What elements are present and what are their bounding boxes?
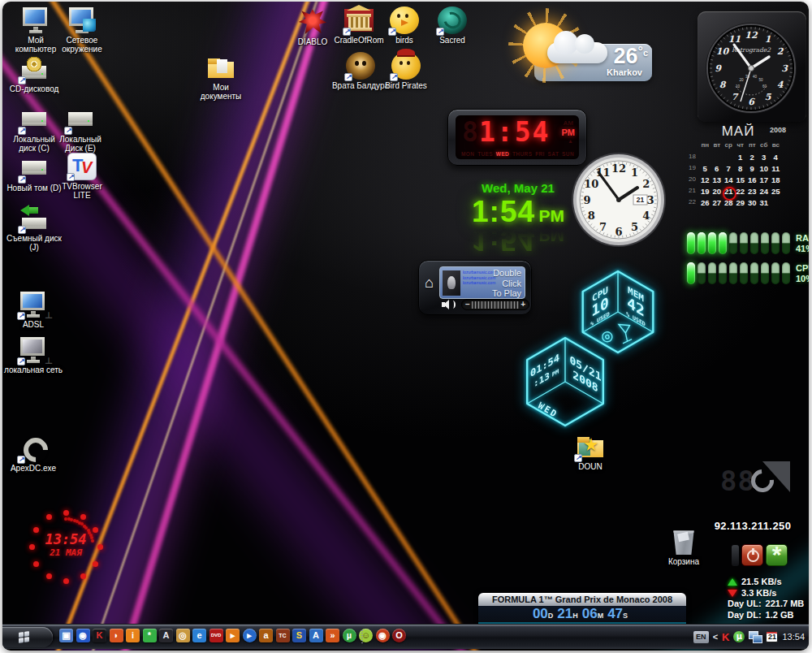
extra-button[interactable] xyxy=(732,545,739,566)
clock-numeral: 1 xyxy=(765,34,771,45)
calendar-day[interactable]: 22 xyxy=(735,187,747,198)
retro-subdial-numeral: 50 xyxy=(759,78,764,82)
calendar-day[interactable]: 24 xyxy=(758,187,771,198)
calendar-day[interactable]: 14 xyxy=(723,175,735,187)
volume-minus[interactable]: − xyxy=(465,299,470,310)
calendar-tray-icon[interactable]: 21 xyxy=(766,631,778,642)
desktop-icon-apexdc[interactable]: ApexDC.exe xyxy=(4,435,63,473)
calendar-day[interactable]: 5 xyxy=(699,164,711,175)
calendar-day[interactable]: 29 xyxy=(735,198,747,210)
calendar-day[interactable]: 13 xyxy=(711,175,723,187)
calendar-day[interactable]: 25 xyxy=(770,187,782,198)
meter-segment xyxy=(740,262,748,284)
quicklaunch-aimp-player[interactable]: A xyxy=(159,629,173,642)
calendar-day[interactable] xyxy=(723,153,735,164)
desktop-icon-recycle-bin[interactable]: Корзина xyxy=(654,528,713,566)
calendar-day[interactable]: 12 xyxy=(699,175,711,187)
quicklaunch-internet-explorer[interactable]: e xyxy=(192,629,206,642)
calendar-day[interactable]: 4 xyxy=(770,153,782,164)
quicklaunch-kaspersky[interactable]: K xyxy=(93,629,106,642)
calendar-day[interactable]: 23 xyxy=(746,187,758,198)
desktop-icon-sacred[interactable]: Sacred xyxy=(423,6,482,45)
desktop-icon-lan[interactable]: локальная сеть xyxy=(4,336,63,374)
quicklaunch-ares[interactable]: A xyxy=(309,629,323,642)
shortcut-arrow-icon xyxy=(18,175,26,184)
quicklaunch-search-compass[interactable]: ◎ xyxy=(176,629,190,642)
kaspersky-tray-icon[interactable]: K xyxy=(722,631,729,643)
calendar-day[interactable] xyxy=(699,153,711,164)
quicklaunch-utorrent[interactable]: µ xyxy=(343,629,356,642)
quicklaunch-tools-hand[interactable]: » xyxy=(326,629,339,642)
quicklaunch-media-player-blue[interactable]: ▸ xyxy=(243,629,257,642)
quicklaunch-red-eye-tool[interactable]: ◉ xyxy=(376,629,390,642)
network-tray-icon[interactable] xyxy=(749,631,762,642)
desktop-icon-tvbrowser[interactable]: TVBrowser LITE xyxy=(53,153,111,200)
calendar-day[interactable] xyxy=(711,153,723,164)
quicklaunch-info-agent[interactable]: i xyxy=(126,629,140,642)
quicklaunch-winamp[interactable]: S xyxy=(292,629,306,642)
desktop-icon-removable-j[interactable]: Съемный диск (J) xyxy=(5,205,63,252)
cube-weekday: WED xyxy=(536,400,559,420)
calendar-day[interactable]: 18 xyxy=(770,175,782,187)
system-meters-widget[interactable]: RAM:41% CPU:10% xyxy=(687,232,809,292)
quicklaunch-media-player-orange[interactable]: ▸ xyxy=(226,629,240,642)
desktop-icon-my-documents[interactable]: Мои документы xyxy=(192,54,250,101)
home-icon[interactable]: ⌂ xyxy=(425,275,434,290)
quicklaunch-qip-messenger[interactable]: * xyxy=(143,629,157,642)
quicklaunch-dvd-player[interactable]: DVD xyxy=(209,629,223,642)
calendar-day[interactable]: 9 xyxy=(746,164,758,175)
utorrent-tray-icon[interactable]: µ xyxy=(733,631,745,642)
neon-cube-widgets[interactable]: CPU 10 % USED MEM 42 % USED 01:54 :13 xyxy=(511,262,681,448)
taskbar-clock[interactable]: 13:54 xyxy=(782,632,805,642)
led-clock-widget[interactable]: 8 1:54 AM PM ▲ MONTUESWEDTHURSFRISATSUN xyxy=(447,109,587,166)
calendar-day[interactable]: 7 xyxy=(723,164,735,175)
calendar-day[interactable]: 27 xyxy=(711,198,723,210)
calendar-day[interactable]: 20 xyxy=(711,187,723,198)
calendar-day[interactable]: 21 xyxy=(723,187,735,198)
calendar-day[interactable]: 30 xyxy=(746,198,758,210)
calendar-day[interactable]: 31 xyxy=(758,198,771,210)
calendar-day[interactable]: 28 xyxy=(723,198,735,210)
shortcut-arrow-icon xyxy=(67,173,75,181)
calendar-year: 2008 xyxy=(770,126,786,134)
weather-widget[interactable]: 26°c Kharkov xyxy=(534,44,652,81)
calendar-day[interactable]: 11 xyxy=(770,164,782,175)
speaker-icon[interactable] xyxy=(442,299,455,310)
calendar-widget[interactable]: МАЙ 2008 пнвтсрчтптсбвс18123419567891011… xyxy=(689,123,788,210)
quicklaunch-total-commander[interactable]: TC xyxy=(276,629,290,642)
language-indicator[interactable]: EN xyxy=(693,631,709,643)
calendar-day[interactable]: 6 xyxy=(711,164,723,175)
clock-numeral: 10 xyxy=(584,178,598,190)
desktop-icon-adsl[interactable]: ADSL xyxy=(4,291,63,329)
desktop-icon-cd-drive[interactable]: CD-дисковод xyxy=(5,55,63,93)
quicklaunch-show-desktop[interactable]: ▣ xyxy=(59,629,73,642)
retrograde-clock-widget[interactable]: Retrograde2 121234567891011102030405060 xyxy=(698,11,806,122)
quicklaunch-amigo-browser[interactable]: a xyxy=(259,629,273,642)
shutdown-button[interactable] xyxy=(741,544,763,566)
calendar-day[interactable]: 1 xyxy=(735,153,747,164)
calendar-day[interactable]: 16 xyxy=(746,175,758,187)
desktop-icon-bird-pirates[interactable]: Bird Pirates xyxy=(377,52,435,90)
calendar-day[interactable]: 10 xyxy=(758,164,771,175)
calendar-day[interactable]: 8 xyxy=(735,164,747,175)
quicklaunch-opera[interactable]: O xyxy=(392,629,406,642)
green-clock-reflection: 1:54 PM xyxy=(451,223,585,257)
calendar-day[interactable]: 17 xyxy=(758,175,771,187)
start-button[interactable] xyxy=(2,627,53,647)
restart-button[interactable]: * xyxy=(766,544,788,566)
calendar-day[interactable]: 19 xyxy=(699,187,711,198)
green-clock-widget[interactable]: Wed, May 21 1:54 PM 1:54 PM xyxy=(451,181,585,257)
analog-clock-widget[interactable]: 21 121234567891011 xyxy=(571,152,668,253)
dot-clock-center: 13:54 21 МАЯ xyxy=(27,531,105,558)
desktop-icon-network-places[interactable]: Сетевое окружение xyxy=(53,6,111,54)
calendar-day[interactable] xyxy=(770,198,782,210)
tray-chevron-icon[interactable]: < xyxy=(713,632,718,642)
clock-numeral: 7 xyxy=(732,92,739,102)
calendar-day[interactable]: 3 xyxy=(758,153,771,164)
quicklaunch-browser-globe[interactable]: ◉ xyxy=(76,629,90,642)
calendar-day[interactable]: 26 xyxy=(699,198,711,210)
desktop-icon-local-disk-e[interactable]: Локальный Диск (E) xyxy=(51,106,110,153)
quicklaunch-download-master[interactable]: ◗ xyxy=(110,629,123,642)
calendar-day[interactable]: 2 xyxy=(746,153,758,164)
calendar-day[interactable]: 15 xyxy=(735,175,747,187)
